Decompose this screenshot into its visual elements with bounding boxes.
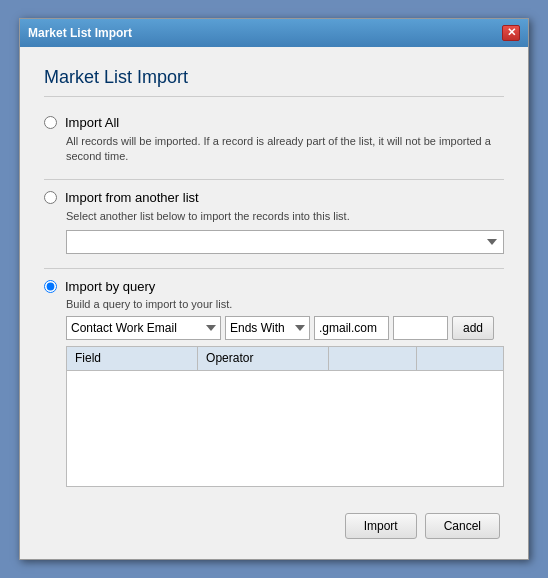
close-button[interactable]: ✕ [502, 25, 520, 41]
import-from-list-section: Import from another list Select another … [44, 190, 504, 254]
window-body: Market List Import Import All All record… [20, 47, 528, 559]
list-dropdown-row [66, 230, 504, 254]
table-body [67, 371, 504, 487]
table-header-row: Field Operator [67, 347, 504, 371]
import-from-list-radio[interactable] [44, 191, 57, 204]
col-4 [416, 347, 503, 371]
operator-dropdown[interactable]: Ends With Starts With Contains Equals [225, 316, 310, 340]
query-description: Build a query to import to your list. [66, 298, 504, 310]
import-button[interactable]: Import [345, 513, 417, 539]
import-all-label[interactable]: Import All [65, 115, 119, 130]
dialog-window: Market List Import ✕ Market List Import … [19, 18, 529, 560]
col-field: Field [67, 347, 198, 371]
import-by-query-label[interactable]: Import by query [65, 279, 155, 294]
col-operator: Operator [198, 347, 329, 371]
query-builder-row: Contact Work Email Contact First Name Co… [66, 316, 504, 340]
divider-1 [44, 179, 504, 180]
query-section: Build a query to import to your list. Co… [66, 298, 504, 487]
import-from-list-label[interactable]: Import from another list [65, 190, 199, 205]
query-value-input[interactable] [314, 316, 389, 340]
title-bar: Market List Import ✕ [20, 19, 528, 47]
import-from-list-description: Select another list below to import the … [66, 209, 504, 224]
add-button[interactable]: add [452, 316, 494, 340]
import-all-radio-row: Import All [44, 115, 504, 130]
import-all-description: All records will be imported. If a recor… [66, 134, 504, 165]
table-empty-row [67, 371, 504, 487]
cancel-button[interactable]: Cancel [425, 513, 500, 539]
import-by-query-section: Import by query Build a query to import … [44, 279, 504, 487]
field-dropdown[interactable]: Contact Work Email Contact First Name Co… [66, 316, 221, 340]
import-from-list-radio-row: Import from another list [44, 190, 504, 205]
import-all-section: Import All All records will be imported.… [44, 115, 504, 165]
divider-2 [44, 268, 504, 269]
title-bar-text: Market List Import [28, 26, 132, 40]
query-extra-input[interactable] [393, 316, 448, 340]
dialog-title: Market List Import [44, 67, 504, 97]
import-by-query-radio-row: Import by query [44, 279, 504, 294]
import-all-radio[interactable] [44, 116, 57, 129]
import-by-query-radio[interactable] [44, 280, 57, 293]
footer: Import Cancel [44, 501, 504, 543]
query-results-table: Field Operator [66, 346, 504, 487]
col-3 [329, 347, 416, 371]
list-dropdown[interactable] [66, 230, 504, 254]
